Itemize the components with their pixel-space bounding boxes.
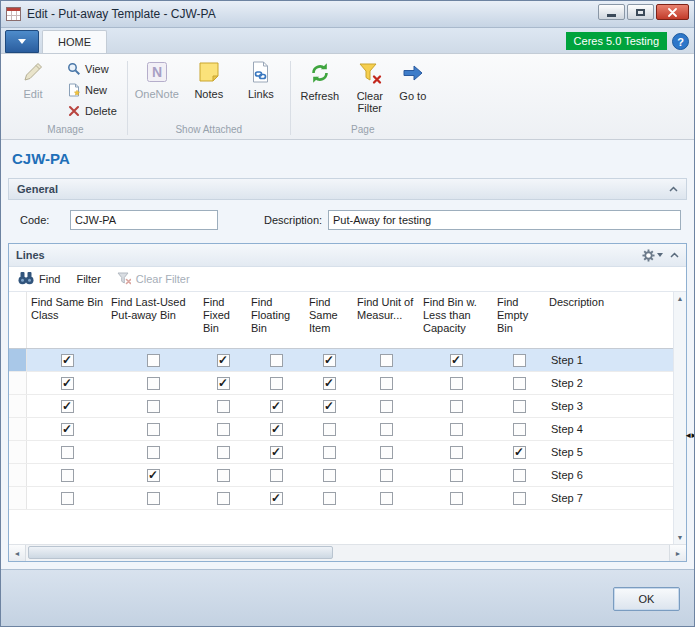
ok-button[interactable]: OK <box>613 587 680 611</box>
checkbox[interactable]: ✓ <box>61 400 74 413</box>
checkbox[interactable] <box>380 423 393 436</box>
lines-section-header[interactable]: Lines <box>9 244 686 267</box>
scroll-down-button[interactable]: ▼ <box>674 531 686 544</box>
code-input[interactable] <box>70 210 218 230</box>
checkbox[interactable]: ✓ <box>450 354 463 367</box>
checkbox[interactable] <box>450 400 463 413</box>
column-header[interactable]: Find Bin w. Less than Capacity <box>419 292 493 348</box>
checkbox[interactable] <box>217 400 230 413</box>
checkbox[interactable]: ✓ <box>513 446 526 459</box>
app-menu-button[interactable] <box>5 30 39 53</box>
description-cell[interactable]: Step 5 <box>545 446 673 458</box>
checkbox[interactable]: ✓ <box>270 400 283 413</box>
checkbox[interactable]: ✓ <box>61 354 74 367</box>
window-resize-handle[interactable]: ◄► <box>684 431 695 440</box>
column-header[interactable]: Find Unit of Measur... <box>353 292 419 348</box>
row-selector[interactable] <box>9 464 27 486</box>
checkbox[interactable]: ✓ <box>323 354 336 367</box>
checkbox[interactable]: ✓ <box>147 469 160 482</box>
checkbox[interactable] <box>513 423 526 436</box>
checkbox[interactable]: ✓ <box>270 423 283 436</box>
row-selector[interactable] <box>9 487 27 509</box>
checkbox[interactable]: ✓ <box>61 423 74 436</box>
checkbox[interactable] <box>450 377 463 390</box>
checkbox[interactable] <box>270 377 283 390</box>
help-button[interactable]: ? <box>672 33 689 50</box>
checkbox[interactable] <box>450 423 463 436</box>
description-cell[interactable]: Step 1 <box>545 354 673 366</box>
grid-row[interactable]: ✓✓✓Step 2 <box>9 372 673 395</box>
checkbox[interactable] <box>380 400 393 413</box>
checkbox[interactable] <box>147 423 160 436</box>
horizontal-scroll-thumb[interactable] <box>28 546 333 559</box>
horizontal-scrollbar[interactable]: ◄ ► <box>9 544 686 561</box>
general-section-header[interactable]: General <box>8 178 687 200</box>
checkbox[interactable] <box>380 354 393 367</box>
scroll-up-button[interactable]: ▲ <box>674 292 686 305</box>
checkbox[interactable] <box>270 469 283 482</box>
checkbox[interactable] <box>380 469 393 482</box>
row-selector[interactable] <box>9 441 27 463</box>
checkbox[interactable] <box>61 469 74 482</box>
checkbox[interactable] <box>217 423 230 436</box>
description-cell[interactable]: Step 7 <box>545 492 673 504</box>
maximize-button[interactable] <box>627 4 654 20</box>
close-button[interactable] <box>656 4 689 20</box>
checkbox[interactable]: ✓ <box>61 377 74 390</box>
checkbox[interactable] <box>380 446 393 459</box>
column-header[interactable]: Description <box>545 292 673 348</box>
actions-gear-icon[interactable] <box>642 249 663 262</box>
checkbox[interactable] <box>147 492 160 505</box>
checkbox[interactable]: ✓ <box>323 400 336 413</box>
description-cell[interactable]: Step 3 <box>545 400 673 412</box>
checkbox[interactable] <box>217 492 230 505</box>
checkbox[interactable] <box>270 354 283 367</box>
checkbox[interactable] <box>380 492 393 505</box>
checkbox[interactable] <box>450 446 463 459</box>
checkbox[interactable] <box>513 492 526 505</box>
checkbox[interactable]: ✓ <box>323 377 336 390</box>
checkbox[interactable] <box>513 469 526 482</box>
grid-row[interactable]: ✓✓✓Step 3 <box>9 395 673 418</box>
checkbox[interactable] <box>61 446 74 459</box>
view-button[interactable]: View <box>59 58 124 79</box>
go-to-button[interactable]: Go to <box>394 56 432 120</box>
checkbox[interactable] <box>513 354 526 367</box>
scroll-right-button[interactable]: ► <box>669 545 686 561</box>
checkbox[interactable] <box>147 446 160 459</box>
row-selector[interactable] <box>9 395 27 417</box>
row-selector[interactable] <box>9 372 27 394</box>
checkbox[interactable]: ✓ <box>270 446 283 459</box>
column-header[interactable]: Find Same Item <box>305 292 353 348</box>
scroll-left-button[interactable]: ◄ <box>9 545 26 561</box>
checkbox[interactable] <box>513 377 526 390</box>
checkbox[interactable] <box>323 492 336 505</box>
checkbox[interactable] <box>323 423 336 436</box>
column-header[interactable]: Find Floating Bin <box>247 292 305 348</box>
column-header[interactable]: Find Fixed Bin <box>199 292 247 348</box>
notes-button[interactable]: Notes <box>183 56 235 120</box>
find-button[interactable]: Find <box>18 271 60 287</box>
delete-button[interactable]: Delete <box>59 100 124 121</box>
description-cell[interactable]: Step 2 <box>545 377 673 389</box>
checkbox[interactable]: ✓ <box>217 377 230 390</box>
description-cell[interactable]: Step 4 <box>545 423 673 435</box>
refresh-button[interactable]: Refresh <box>294 56 346 120</box>
new-button[interactable]: New <box>59 79 124 100</box>
column-header[interactable]: Find Same Bin Class <box>27 292 107 348</box>
minimize-button[interactable] <box>598 4 625 20</box>
checkbox[interactable] <box>450 469 463 482</box>
vertical-scrollbar[interactable]: ▲ ▼ <box>673 292 686 544</box>
checkbox[interactable] <box>450 492 463 505</box>
checkbox[interactable] <box>513 400 526 413</box>
checkbox[interactable] <box>217 446 230 459</box>
row-selector[interactable] <box>9 418 27 440</box>
collapse-general-chevron-icon[interactable] <box>669 186 678 192</box>
checkbox[interactable]: ✓ <box>217 354 230 367</box>
tab-home[interactable]: HOME <box>42 30 107 53</box>
checkbox[interactable] <box>380 377 393 390</box>
checkbox[interactable] <box>323 469 336 482</box>
description-cell[interactable]: Step 6 <box>545 469 673 481</box>
checkbox[interactable] <box>217 469 230 482</box>
column-header[interactable]: Find Empty Bin <box>493 292 545 348</box>
